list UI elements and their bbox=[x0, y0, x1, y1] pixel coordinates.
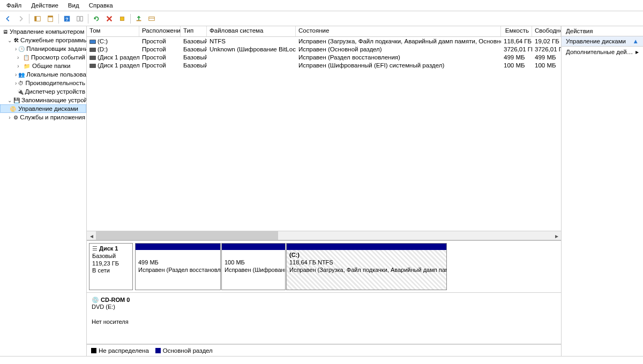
show-hide-tree-button[interactable] bbox=[32, 13, 43, 25]
options-button[interactable] bbox=[74, 13, 86, 25]
menubar: Файл Действие Вид Справка bbox=[0, 0, 643, 11]
toolbar-button[interactable] bbox=[133, 13, 145, 25]
partition-status: Исправен (Шифрованнь bbox=[225, 267, 285, 273]
disk-icon: ☰ bbox=[92, 245, 99, 252]
partition-status: Исправен (Раздел восстановлени bbox=[138, 267, 220, 273]
partition-size: 118,64 ГБ NTFS bbox=[289, 259, 333, 266]
tree-root[interactable]: 🖥Управление компьютером (л bbox=[0, 27, 86, 36]
tools-icon: 🛠 bbox=[13, 36, 19, 44]
partition-size: 100 МБ bbox=[225, 259, 245, 266]
back-button[interactable] bbox=[2, 13, 14, 25]
tree-services-apps[interactable]: ›⚙Службы и приложения bbox=[0, 113, 86, 122]
swatch-icon bbox=[155, 348, 161, 353]
actions-header: Действия bbox=[562, 26, 643, 36]
computer-icon: 🖥 bbox=[3, 28, 8, 35]
disk-layout-panel: ☰ Диск 1 Базовый 119,23 ГБ В сети 499 МБ… bbox=[87, 241, 561, 356]
tree-label: Управление компьютером (л bbox=[10, 28, 86, 35]
volume-row[interactable]: (C:) Простой Базовый NTFS Исправен (Загр… bbox=[87, 37, 561, 45]
col-fs[interactable]: Файловая система bbox=[207, 26, 296, 36]
drive-icon bbox=[89, 48, 96, 52]
legend-unallocated: Не распределена bbox=[91, 347, 149, 354]
menu-help[interactable]: Справка bbox=[85, 1, 117, 10]
col-free[interactable]: Свободно bbox=[532, 26, 561, 36]
tree-label: Общие папки bbox=[32, 63, 70, 69]
tree-disk-management[interactable]: 📀Управление дисками bbox=[0, 104, 86, 113]
services-icon: ⚙ bbox=[13, 113, 18, 121]
partition-recovery[interactable]: 499 МБИсправен (Раздел восстановлени bbox=[135, 243, 221, 290]
nav-tree: 🖥Управление компьютером (л ⌄🛠Служебные п… bbox=[0, 26, 87, 356]
partition-status: Исправен (Загрузка, Файл подкачки, Авари… bbox=[289, 267, 446, 273]
col-capacity[interactable]: Емкость bbox=[501, 26, 532, 36]
delete-button[interactable] bbox=[103, 13, 115, 25]
actions-group-label: Управление дисками bbox=[566, 38, 626, 44]
events-icon: 📋 bbox=[23, 54, 29, 61]
tree-scheduler[interactable]: ›🕒Планировщик заданий bbox=[0, 44, 86, 53]
volume-row[interactable]: (Диск 1 раздел 2) Простой Базовый Исправ… bbox=[87, 61, 561, 69]
volume-name: (Диск 1 раздел 2) bbox=[98, 62, 139, 69]
gauge-icon: ⏱ bbox=[18, 79, 24, 87]
tree-performance[interactable]: ›⏱Производительность bbox=[0, 79, 86, 87]
actions-group[interactable]: Управление дисками ▲ bbox=[562, 36, 643, 47]
actions-more[interactable]: Дополнительные дей… ▸ bbox=[562, 47, 643, 57]
toolbar-button[interactable] bbox=[116, 13, 128, 25]
tree-label: Производительность bbox=[25, 80, 85, 86]
help-button[interactable]: ? bbox=[61, 13, 73, 25]
disk1-label[interactable]: ☰ Диск 1 Базовый 119,23 ГБ В сети bbox=[89, 243, 133, 290]
toolbar-separator bbox=[29, 14, 29, 24]
tree-storage[interactable]: ⌄💾Запоминающие устройст bbox=[0, 96, 86, 104]
tree-label: Управление дисками bbox=[18, 105, 78, 112]
menu-view[interactable]: Вид bbox=[64, 1, 84, 10]
svg-rect-7 bbox=[80, 16, 83, 21]
col-status[interactable]: Состояние bbox=[296, 26, 501, 36]
col-layout[interactable]: Расположение bbox=[139, 26, 181, 36]
menu-action[interactable]: Действие bbox=[27, 1, 63, 10]
disk-status: В сети bbox=[92, 267, 110, 274]
tree-label: Локальные пользоват bbox=[26, 71, 86, 78]
disk-type: DVD (E:) bbox=[92, 304, 115, 310]
partition-size: 499 МБ bbox=[138, 259, 159, 266]
volume-name: (C:) bbox=[98, 38, 108, 44]
svg-rect-8 bbox=[121, 17, 124, 20]
partition-efi[interactable]: 100 МБИсправен (Шифрованнь bbox=[221, 243, 286, 290]
disk-icon: 📀 bbox=[9, 105, 17, 112]
properties-button[interactable] bbox=[44, 13, 56, 25]
tree-event-viewer[interactable]: ›📋Просмотр событий bbox=[0, 53, 86, 62]
svg-rect-1 bbox=[35, 16, 37, 21]
volume-name: (D:) bbox=[98, 46, 108, 52]
legend: Не распределена Основной раздел bbox=[87, 344, 561, 356]
volume-row[interactable]: (Диск 1 раздел 1) Простой Базовый Исправ… bbox=[87, 53, 561, 61]
volume-row[interactable]: (D:) Простой Базовый Unknown (Шифрование… bbox=[87, 45, 561, 53]
legend-primary: Основной раздел bbox=[155, 347, 213, 354]
volume-name: (Диск 1 раздел 1) bbox=[98, 54, 139, 60]
toolbar-button[interactable] bbox=[146, 13, 158, 25]
refresh-button[interactable] bbox=[91, 13, 102, 25]
tree-shared-folders[interactable]: ›📁Общие папки bbox=[0, 62, 86, 70]
tree-label: Планировщик заданий bbox=[26, 46, 86, 52]
scroll-left-icon[interactable]: ◂ bbox=[87, 231, 96, 240]
disk-row-cdrom: 💿 CD-ROM 0 DVD (E:) Нет носителя bbox=[87, 293, 561, 345]
drive-icon bbox=[89, 40, 96, 44]
tree-device-manager[interactable]: 🔌Диспетчер устройств bbox=[0, 87, 86, 96]
col-type[interactable]: Тип bbox=[181, 26, 207, 36]
toolbar-separator bbox=[130, 14, 131, 24]
center-panel: Том Расположение Тип Файловая система Со… bbox=[87, 26, 562, 356]
tree-local-users[interactable]: ›👥Локальные пользоват bbox=[0, 70, 86, 79]
tree-label: Диспетчер устройств bbox=[25, 88, 85, 95]
volume-list-hscroll[interactable]: ◂ ▸ bbox=[87, 231, 561, 240]
cdrom-label[interactable]: 💿 CD-ROM 0 DVD (E:) Нет носителя bbox=[89, 295, 133, 342]
clock-icon: 🕒 bbox=[18, 45, 25, 52]
partition-stripe bbox=[222, 244, 285, 250]
menu-file[interactable]: Файл bbox=[2, 1, 26, 10]
disk1-partitions: 499 МБИсправен (Раздел восстановлени 100… bbox=[135, 243, 559, 290]
forward-button[interactable] bbox=[15, 13, 27, 25]
toolbar-separator bbox=[88, 14, 88, 24]
collapse-icon: ▲ bbox=[633, 38, 639, 44]
tree-label: Запоминающие устройст bbox=[21, 97, 86, 103]
col-volume[interactable]: Том bbox=[87, 26, 139, 36]
tree-system-tools[interactable]: ⌄🛠Служебные программы bbox=[0, 36, 86, 44]
partition-c[interactable]: (C:) 118,64 ГБ NTFS Исправен (Загрузка, … bbox=[286, 243, 447, 290]
scroll-right-icon[interactable]: ▸ bbox=[552, 231, 561, 240]
status-bar bbox=[0, 356, 643, 364]
actions-more-label: Дополнительные дей… bbox=[566, 49, 633, 55]
volume-list-body: (C:) Простой Базовый NTFS Исправен (Загр… bbox=[87, 37, 561, 231]
